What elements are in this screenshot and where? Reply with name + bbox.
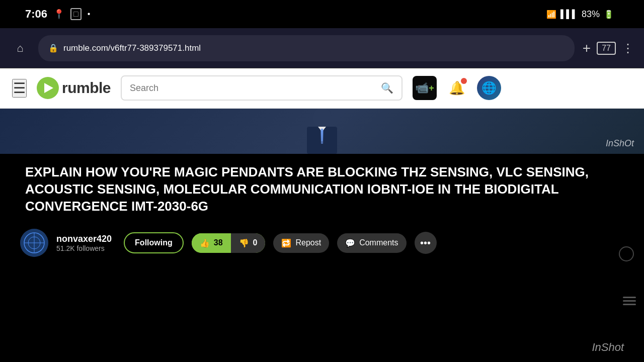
channel-avatar-image <box>20 229 48 257</box>
battery-indicator: 83% <box>582 9 600 20</box>
repost-button[interactable]: 🔁 Repost <box>273 233 329 253</box>
home-icon: ⌂ <box>17 42 23 55</box>
url-text: rumble.com/v6ftr77-389379571.html <box>63 43 201 53</box>
avatar-icon: 🌐 <box>481 81 497 95</box>
video-frame: InShOt <box>0 109 644 154</box>
more-icon: ••• <box>420 237 431 249</box>
browser-more-button[interactable]: ⋮ <box>622 41 634 55</box>
channel-name: nonvaxer420 <box>56 234 112 244</box>
notification-badge <box>461 78 467 84</box>
like-count: 38 <box>214 238 223 247</box>
thumbs-down-icon: 👎 <box>239 238 249 248</box>
panel-bars <box>623 297 636 305</box>
video-thumbnail: InShOt <box>0 109 644 154</box>
notifications-button[interactable]: 🔔 <box>445 76 469 100</box>
upload-button[interactable]: 📹 + <box>413 76 437 100</box>
thumbs-up-icon: 👍 <box>200 238 210 248</box>
more-options-button[interactable]: ••• <box>415 232 437 254</box>
rumble-logo[interactable]: rumble <box>37 77 111 99</box>
inshot-watermark-bottom: InShot <box>592 341 624 354</box>
person-silhouette <box>292 109 352 154</box>
rumble-wordmark: rumble <box>62 79 111 97</box>
search-input[interactable] <box>130 83 376 94</box>
status-icons: 📶 ▌▌▌ 83% 🔋 <box>546 9 614 20</box>
signal-icon: ▌▌▌ <box>560 10 578 19</box>
action-bar: nonvaxer420 51.2K followers Following 👍 … <box>0 223 644 265</box>
hamburger-menu-button[interactable]: ☰ <box>12 79 27 98</box>
upload-icon: 📹 <box>415 81 429 95</box>
battery-icon: 🔋 <box>604 10 614 19</box>
svg-point-0 <box>313 109 331 128</box>
comments-label: Comments <box>359 238 398 247</box>
upload-plus: + <box>429 83 434 94</box>
video-title-section: EXPLAIN HOW YOU'RE MAGIC PENDANTS ARE BL… <box>0 154 644 223</box>
status-screen: □ <box>70 8 82 20</box>
search-bar[interactable]: 🔍 <box>121 75 403 101</box>
hamburger-icon: ☰ <box>13 80 26 96</box>
status-bar: 7:06 📍 □ • 📶 ▌▌▌ 83% 🔋 <box>0 0 644 28</box>
following-label: Following <box>135 238 173 247</box>
comments-button[interactable]: 💬 Comments <box>337 233 406 253</box>
lock-icon: 🔒 <box>48 43 58 53</box>
wifi-icon: 📶 <box>546 10 556 19</box>
nav-actions: 📹 + 🔔 🌐 <box>413 76 501 100</box>
like-button[interactable]: 👍 38 <box>192 233 231 253</box>
likes-group: 👍 38 👎 0 <box>192 233 266 253</box>
url-bar[interactable]: 🔒 rumble.com/v6ftr77-389379571.html <box>38 35 575 61</box>
browser-home-button[interactable]: ⌂ <box>10 38 30 58</box>
side-panel <box>619 246 634 261</box>
repost-label: Repost <box>295 238 321 247</box>
video-title: EXPLAIN HOW YOU'RE MAGIC PENDANTS ARE BL… <box>25 164 619 215</box>
panel-bar-1 <box>623 297 636 298</box>
dislike-button[interactable]: 👎 0 <box>231 233 266 253</box>
status-dot: • <box>88 10 91 19</box>
repost-icon: 🔁 <box>281 238 291 248</box>
add-tab-button[interactable]: + <box>583 40 591 56</box>
channel-followers: 51.2K followers <box>56 244 112 252</box>
browser-actions: + 77 ⋮ <box>583 40 634 56</box>
panel-circle <box>619 246 634 261</box>
status-indicator: 📍 <box>53 9 64 20</box>
comments-icon: 💬 <box>345 238 355 248</box>
rumble-play-icon <box>37 77 59 99</box>
browser-chrome: ⌂ 🔒 rumble.com/v6ftr77-389379571.html + … <box>0 28 644 68</box>
channel-info: nonvaxer420 51.2K followers <box>56 234 112 252</box>
search-icon[interactable]: 🔍 <box>381 82 393 94</box>
tab-count[interactable]: 77 <box>597 42 616 55</box>
following-button[interactable]: Following <box>124 232 184 253</box>
user-avatar[interactable]: 🌐 <box>477 76 501 100</box>
rumble-navbar: ☰ rumble 🔍 📹 + 🔔 🌐 <box>0 68 644 109</box>
dislike-count: 0 <box>253 238 258 247</box>
panel-bar-3 <box>623 304 636 305</box>
inshot-watermark-top: InShOt <box>606 138 634 149</box>
panel-bar-2 <box>623 300 636 302</box>
status-time: 7:06 <box>25 8 47 21</box>
channel-avatar[interactable] <box>20 229 48 257</box>
